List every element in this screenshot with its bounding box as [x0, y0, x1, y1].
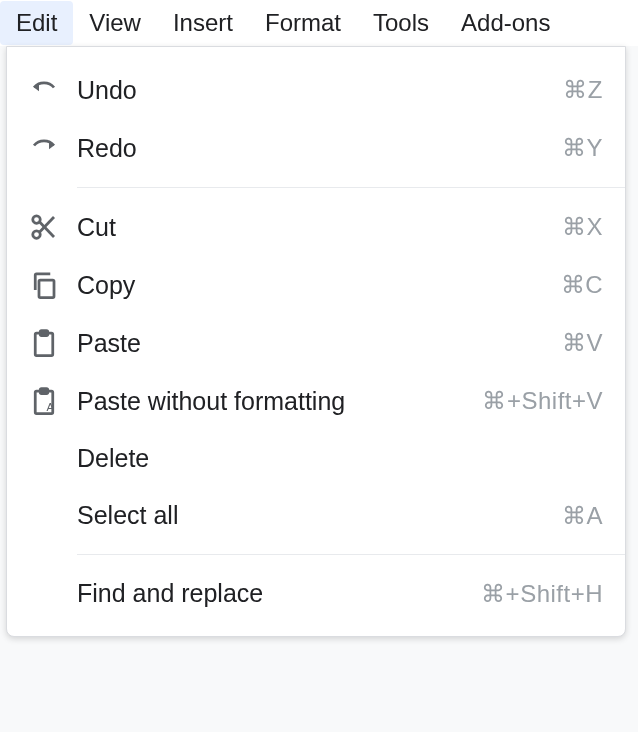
paste-no-format-icon: A [29, 386, 77, 416]
edit-dropdown: Undo ⌘Z Redo ⌘Y Cut ⌘X [6, 46, 626, 637]
menuitem-paste[interactable]: Paste ⌘V [7, 314, 625, 372]
menuitem-select-all[interactable]: Select all ⌘A [7, 487, 625, 544]
menuitem-label: Cut [77, 213, 562, 242]
svg-rect-4 [39, 280, 54, 298]
menuitem-shortcut: ⌘C [561, 271, 603, 299]
menuitem-shortcut: ⌘+Shift+H [481, 580, 603, 608]
menu-view[interactable]: View [73, 1, 157, 45]
menu-tools[interactable]: Tools [357, 1, 445, 45]
divider [77, 554, 625, 555]
redo-icon [29, 133, 77, 163]
svg-point-1 [33, 216, 41, 224]
menuitem-paste-no-format[interactable]: A Paste without formatting ⌘+Shift+V [7, 372, 625, 430]
menuitem-label: Paste without formatting [77, 387, 482, 416]
menu-format[interactable]: Format [249, 1, 357, 45]
menuitem-cut[interactable]: Cut ⌘X [7, 198, 625, 256]
cut-icon [29, 212, 77, 242]
copy-icon [29, 270, 77, 300]
menuitem-undo[interactable]: Undo ⌘Z [7, 61, 625, 119]
svg-rect-8 [40, 389, 48, 394]
menuitem-label: Delete [77, 444, 603, 473]
menuitem-label: Find and replace [77, 579, 481, 608]
menu-insert[interactable]: Insert [157, 1, 249, 45]
paste-icon [29, 328, 77, 358]
menuitem-shortcut: ⌘Y [562, 134, 603, 162]
svg-point-0 [33, 231, 41, 239]
menuitem-redo[interactable]: Redo ⌘Y [7, 119, 625, 177]
svg-text:A: A [47, 401, 55, 413]
menubar: Edit View Insert Format Tools Add-ons [0, 0, 638, 46]
menuitem-delete[interactable]: Delete [7, 430, 625, 487]
menuitem-shortcut: ⌘Z [563, 76, 603, 104]
menu-addons[interactable]: Add-ons [445, 1, 566, 45]
menuitem-label: Copy [77, 271, 561, 300]
menuitem-find-replace[interactable]: Find and replace ⌘+Shift+H [7, 565, 625, 622]
menuitem-shortcut: ⌘X [562, 213, 603, 241]
menuitem-shortcut: ⌘+Shift+V [482, 387, 603, 415]
menuitem-label: Redo [77, 134, 562, 163]
menuitem-label: Select all [77, 501, 562, 530]
menuitem-shortcut: ⌘A [562, 502, 603, 530]
menuitem-shortcut: ⌘V [562, 329, 603, 357]
svg-rect-6 [40, 331, 48, 336]
undo-icon [29, 75, 77, 105]
divider [77, 187, 625, 188]
menu-edit[interactable]: Edit [0, 1, 73, 45]
menuitem-copy[interactable]: Copy ⌘C [7, 256, 625, 314]
menuitem-label: Paste [77, 329, 562, 358]
menuitem-label: Undo [77, 76, 563, 105]
